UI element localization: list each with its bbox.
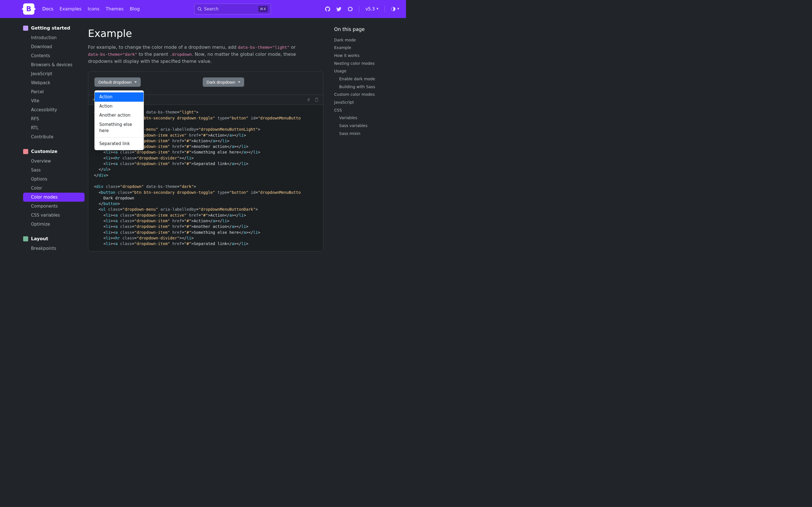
- sidebar-item-sass[interactable]: Sass: [23, 166, 85, 175]
- nav-link-icons[interactable]: Icons: [88, 6, 100, 12]
- toc-item-custom-color-modes[interactable]: Custom color modes: [334, 92, 399, 98]
- clipboard-icon[interactable]: [315, 98, 319, 102]
- dropdown-item[interactable]: Action: [95, 102, 144, 111]
- search-input[interactable]: Search ⌘K: [194, 4, 271, 14]
- sidebar-group-icon: [23, 149, 28, 154]
- sidebar-item-download[interactable]: Download: [23, 42, 85, 51]
- sidebar-item-introduction[interactable]: Introduction: [23, 33, 85, 42]
- sidebar-group-icon: [23, 25, 28, 31]
- default-dropdown-button[interactable]: Default dropdown: [94, 77, 141, 87]
- dropdown-item[interactable]: Another action: [95, 111, 144, 120]
- sidebar-item-options[interactable]: Options: [23, 175, 85, 184]
- dropdown-item[interactable]: Separated link: [95, 139, 144, 149]
- chevron-down-icon: [135, 81, 137, 83]
- half-circle-icon: [391, 7, 396, 11]
- sidebar-item-browsers-devices[interactable]: Browsers & devices: [23, 60, 85, 69]
- toc-item-enable-dark-mode[interactable]: Enable dark mode: [334, 76, 399, 82]
- search-icon: [197, 7, 202, 11]
- toc-item-nesting-color-modes[interactable]: Nesting color modes: [334, 61, 399, 67]
- sidebar-item-optimize[interactable]: Optimize: [23, 220, 85, 229]
- nav-link-examples[interactable]: Examples: [59, 6, 82, 12]
- dropdown-item[interactable]: Action: [95, 93, 144, 102]
- main-content: Example For example, to change the color…: [88, 18, 331, 253]
- search-kbd: ⌘K: [258, 6, 268, 12]
- toc-item-css[interactable]: CSS: [334, 107, 399, 114]
- sidebar-item-css-variables[interactable]: CSS variables: [23, 211, 85, 220]
- sidebar-item-javascript[interactable]: JavaScript: [23, 69, 85, 78]
- svg-line-1: [200, 10, 202, 11]
- sidebar-item-components[interactable]: Components: [23, 202, 85, 211]
- dark-dropdown-button[interactable]: Dark dropdown: [203, 77, 245, 87]
- intro-paragraph: For example, to change the color mode of…: [88, 44, 302, 65]
- svg-point-2: [349, 7, 352, 11]
- sidebar-item-rfs[interactable]: RFS: [23, 114, 85, 123]
- sidebar-header-customize[interactable]: Customize: [23, 148, 85, 155]
- sidebar-item-parcel[interactable]: Parcel: [23, 87, 85, 96]
- sidebar: Getting startedIntroductionDownloadConte…: [0, 18, 88, 253]
- nav-separator: [359, 6, 359, 12]
- page-heading: Example: [88, 26, 323, 41]
- sidebar-item-vite[interactable]: Vite: [23, 96, 85, 105]
- sidebar-header-layout[interactable]: Layout: [23, 235, 85, 242]
- example-card: Default dropdown ActionActionAnother act…: [88, 71, 323, 251]
- chevron-down-icon: [238, 81, 240, 83]
- sidebar-item-rtl[interactable]: RTL: [23, 123, 85, 132]
- sidebar-item-containers[interactable]: Containers: [23, 253, 85, 253]
- github-icon[interactable]: [325, 6, 330, 11]
- nav-links: DocsExamplesIconsThemesBlog: [42, 6, 140, 12]
- sidebar-header-getting-started[interactable]: Getting started: [23, 25, 85, 32]
- toc-item-building-with-sass[interactable]: Building with Sass: [334, 84, 399, 90]
- top-navbar: B DocsExamplesIconsThemesBlog Search ⌘K …: [0, 0, 406, 18]
- toc-item-sass-mixin[interactable]: Sass mixin: [334, 131, 399, 137]
- nav-separator: [385, 6, 385, 12]
- opencollective-icon[interactable]: [348, 6, 353, 11]
- dropdown-menu: ActionActionAnother actionSomething else…: [94, 91, 144, 150]
- sidebar-group-icon: [23, 236, 28, 241]
- nav-right: v5.3▼ ▼: [325, 6, 399, 12]
- nav-link-blog[interactable]: Blog: [130, 6, 140, 12]
- sidebar-item-webpack[interactable]: Webpack: [23, 78, 85, 87]
- toc-item-dark-mode[interactable]: Dark mode: [334, 37, 399, 43]
- sidebar-item-contribute[interactable]: Contribute: [23, 132, 85, 142]
- bootstrap-logo[interactable]: B: [23, 3, 35, 15]
- dropdown-divider: [95, 137, 144, 137]
- toc-title: On this page: [334, 26, 399, 33]
- lightning-icon[interactable]: [307, 98, 311, 102]
- toc-item-variables[interactable]: Variables: [334, 115, 399, 121]
- search-placeholder: Search: [204, 6, 256, 12]
- table-of-contents: On this page Dark modeExampleHow it work…: [331, 18, 406, 253]
- dropdown-item[interactable]: Something else here: [95, 120, 144, 135]
- sidebar-item-color-modes[interactable]: Color modes: [23, 193, 85, 202]
- theme-toggle[interactable]: ▼: [391, 7, 399, 11]
- toc-item-javascript[interactable]: JavaScript: [334, 100, 399, 106]
- toc-item-how-it-works[interactable]: How it works: [334, 53, 399, 59]
- svg-point-0: [198, 7, 201, 10]
- sidebar-item-contents[interactable]: Contents: [23, 51, 85, 60]
- sidebar-item-color[interactable]: Color: [23, 184, 85, 193]
- nav-link-docs[interactable]: Docs: [42, 6, 53, 12]
- nav-link-themes[interactable]: Themes: [106, 6, 124, 12]
- toc-item-usage[interactable]: Usage: [334, 68, 399, 74]
- sidebar-item-overview[interactable]: Overview: [23, 157, 85, 166]
- sidebar-item-breakpoints[interactable]: Breakpoints: [23, 244, 85, 253]
- toc-item-sass-variables[interactable]: Sass variables: [334, 123, 399, 129]
- version-dropdown[interactable]: v5.3▼: [365, 6, 378, 12]
- twitter-icon[interactable]: [336, 6, 342, 11]
- sidebar-item-accessibility[interactable]: Accessibility: [23, 105, 85, 114]
- toc-item-example[interactable]: Example: [334, 45, 399, 51]
